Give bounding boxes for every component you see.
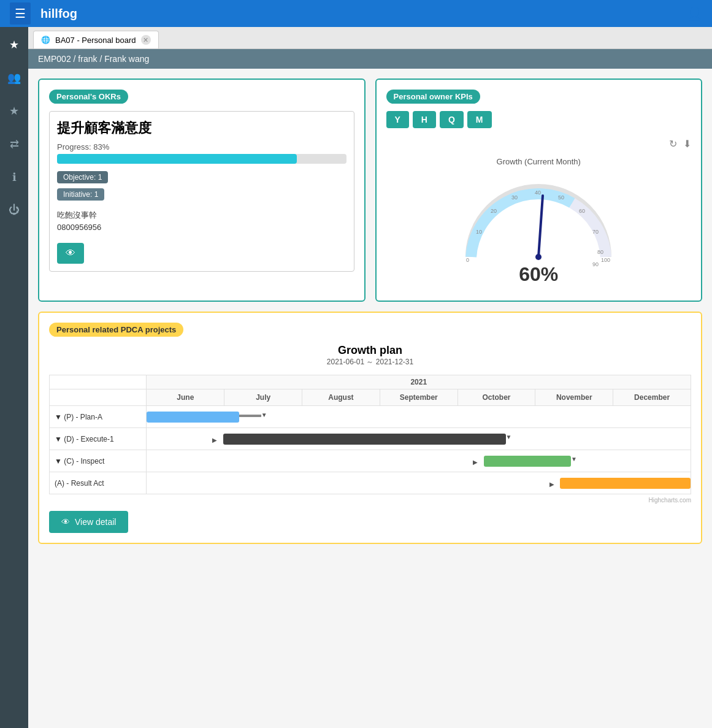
initiative-badge: Initiative: 1	[57, 188, 104, 201]
gantt-chart-title: Growth plan	[49, 344, 691, 357]
sidebar-icon-power[interactable]: ⏻	[5, 200, 23, 220]
svg-text:50: 50	[558, 194, 564, 201]
kpi-btn-h[interactable]: H	[413, 111, 436, 128]
progress-label: Progress: 83%	[57, 142, 346, 151]
gantt-month-november: November	[535, 389, 613, 406]
kpi-btn-q[interactable]: Q	[440, 111, 464, 128]
app-logo: hillfog	[40, 7, 77, 21]
tab-label: BA07 - Personal board	[55, 36, 136, 45]
kpi-section-label: Personal owner KPIs	[386, 90, 480, 104]
pdca-section-label: Personal related PDCA projects	[49, 323, 183, 337]
sidebar: ★ 👥 ★ ⇄ ℹ ⏻	[0, 27, 28, 728]
breadcrumb: EMP002 / frank / Frank wang	[28, 49, 712, 69]
kpi-action-bar: ↻ ⬇	[386, 138, 692, 150]
okr-note: 吃飽沒事幹 0800956956	[57, 209, 346, 233]
gantt-row-inspect: ▼ (C) - Inspect ▶ ▼	[50, 450, 691, 472]
gauge-svg: 0 10 20 30 40 50 60 70 80 90 100	[453, 171, 624, 269]
gantt-month-december: December	[613, 389, 691, 406]
view-detail-label: View detail	[75, 517, 116, 527]
execute1-label: ▼ (D) - Execute-1	[50, 428, 147, 450]
inspect-bar	[484, 456, 571, 467]
objective-badge: Objective: 1	[57, 171, 108, 183]
svg-text:60: 60	[579, 208, 585, 214]
svg-text:80: 80	[597, 249, 603, 255]
gantt-month-july: July	[224, 389, 302, 406]
svg-text:40: 40	[535, 190, 541, 196]
kpi-period-buttons: Y H Q M	[386, 111, 692, 128]
svg-text:10: 10	[476, 229, 482, 235]
sidebar-icon-transfer[interactable]: ⇄	[6, 134, 23, 155]
sidebar-icon-star2[interactable]: ★	[6, 101, 23, 121]
okr-section-label: Personal's OKRs	[49, 90, 128, 104]
okr-title: 提升顧客滿意度	[57, 119, 346, 137]
sidebar-icon-info[interactable]: ℹ	[9, 167, 20, 188]
gantt-chart-subtitle: 2021-06-01 ～ 2021-12-31	[49, 357, 691, 367]
svg-text:70: 70	[592, 229, 599, 235]
okr-note-line1: 吃飽沒事幹	[57, 209, 346, 221]
plan-a-label: ▼ (P) - Plan-A	[50, 406, 147, 428]
okr-eye-button[interactable]: 👁	[57, 243, 84, 264]
execute1-bar	[223, 434, 506, 445]
gantt-row-execute1: ▼ (D) - Execute-1 ▶ ▼	[50, 428, 691, 450]
inspect-label: ▼ (C) - Inspect	[50, 450, 147, 472]
gantt-month-august: August	[302, 389, 380, 406]
okr-card: Personal's OKRs 提升顧客滿意度 Progress: 83% Ob…	[38, 79, 366, 302]
view-detail-button[interactable]: 👁 View detail	[49, 511, 128, 533]
top-nav: ☰ hillfog 👤	[0, 0, 712, 27]
tab-close-icon[interactable]: ×	[141, 35, 151, 45]
svg-text:30: 30	[511, 194, 518, 201]
gauge-container: Growth (Current Month)	[386, 152, 692, 291]
gantt-month-june: June	[147, 389, 224, 406]
gantt-table: 2021 June July August September October …	[49, 375, 691, 494]
kpi-btn-y[interactable]: Y	[386, 111, 409, 128]
svg-point-1	[535, 254, 542, 260]
main-content: 🌐 BA07 - Personal board × EMP002 / frank…	[28, 27, 712, 728]
result-act-label: (A) - Result Act	[50, 472, 147, 494]
pdca-card: Personal related PDCA projects Growth pl…	[38, 312, 702, 544]
result-act-bar	[560, 478, 691, 489]
user-avatar-icon[interactable]: 👤	[687, 6, 702, 21]
okr-note-line2: 0800956956	[57, 221, 346, 234]
hamburger-icon[interactable]: ☰	[10, 2, 31, 25]
svg-text:0: 0	[466, 257, 469, 263]
svg-text:90: 90	[592, 261, 599, 267]
progress-bar-fill	[57, 154, 297, 164]
svg-line-0	[538, 196, 543, 257]
gauge-title: Growth (Current Month)	[497, 157, 581, 166]
gantt-row-result-act: (A) - Result Act ▶	[50, 472, 691, 494]
gantt-month-october: October	[457, 389, 535, 406]
tab-bar: 🌐 BA07 - Personal board ×	[28, 27, 712, 49]
content-area: Personal's OKRs 提升顧客滿意度 Progress: 83% Ob…	[28, 69, 712, 554]
gantt-year-header: 2021	[147, 375, 691, 389]
gantt-month-september: September	[380, 389, 457, 406]
highcharts-credit: Highcharts.com	[49, 497, 691, 504]
plan-a-bar	[147, 412, 239, 423]
tab-personal-board[interactable]: 🌐 BA07 - Personal board ×	[33, 31, 159, 48]
svg-text:100: 100	[601, 257, 610, 263]
sidebar-icon-star1[interactable]: ★	[6, 34, 23, 55]
svg-text:20: 20	[491, 208, 497, 214]
kpi-card: Personal owner KPIs Y H Q M ↻ ⬇ Growth (…	[375, 79, 703, 302]
top-row: Personal's OKRs 提升顧客滿意度 Progress: 83% Ob…	[38, 79, 702, 302]
gantt-row-plan-a: ▼ (P) - Plan-A ▼	[50, 406, 691, 428]
refresh-icon[interactable]: ↻	[669, 138, 677, 150]
kpi-btn-m[interactable]: M	[467, 111, 492, 128]
progress-bar-background	[57, 154, 346, 164]
view-icon: 👁	[61, 517, 70, 527]
gauge-value: 60%	[519, 263, 558, 286]
download-icon[interactable]: ⬇	[683, 138, 691, 150]
gantt-wrapper: 2021 June July August September October …	[49, 375, 691, 494]
tab-globe-icon: 🌐	[41, 36, 50, 44]
sidebar-icon-group[interactable]: 👥	[4, 67, 25, 88]
